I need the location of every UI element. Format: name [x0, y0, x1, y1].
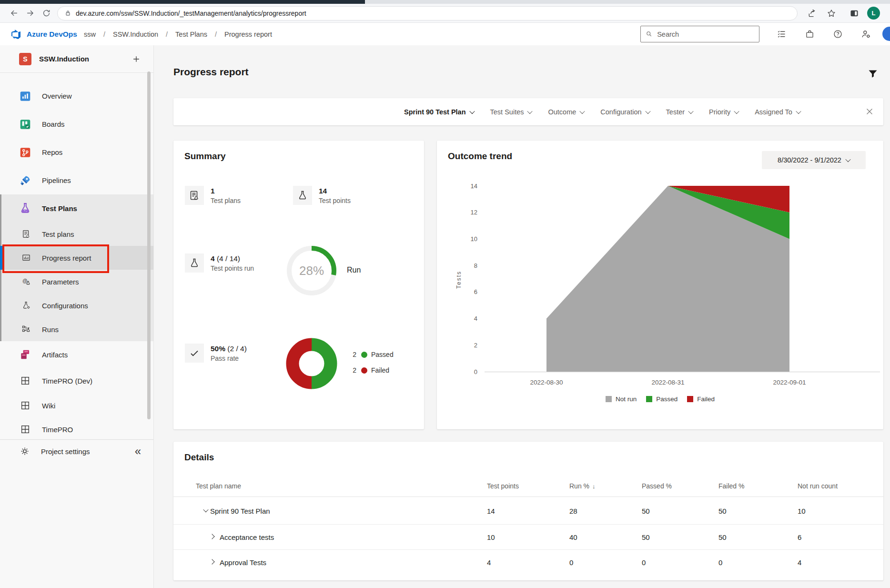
- sidebar-item-configurations[interactable]: Configurations: [0, 294, 153, 317]
- add-project-plus-icon[interactable]: [131, 54, 141, 64]
- brand-label[interactable]: Azure DevOps: [27, 30, 77, 39]
- sidebar-item-label: Parameters: [42, 278, 79, 286]
- table-row-approval-tests[interactable]: Approval Tests40004: [173, 549, 883, 575]
- date-range-dropdown[interactable]: 8/30/2022 - 9/1/2022: [762, 151, 866, 169]
- chevron-right-icon[interactable]: [210, 560, 215, 565]
- column-header-failed-[interactable]: Failed %: [718, 482, 744, 490]
- sidebar-item-label: Progress report: [42, 254, 91, 262]
- filter-chip-test-plan[interactable]: Sprint 90 Test Plan: [404, 108, 474, 116]
- cell-value: 50: [642, 533, 650, 541]
- chevron-right-icon[interactable]: [210, 535, 215, 539]
- breadcrumb-item-4[interactable]: Progress report: [224, 30, 272, 38]
- sidebar-item-test-plans[interactable]: Test Plans: [0, 194, 153, 222]
- legend-label: Failed: [371, 366, 389, 374]
- filter-chip-configuration[interactable]: Configuration: [600, 108, 649, 116]
- run-rate-donut: 28%: [283, 242, 340, 299]
- sidebar-item-project-settings[interactable]: Project settings «: [0, 440, 153, 463]
- browser-profile-avatar[interactable]: L: [867, 7, 880, 20]
- breadcrumb-item-1[interactable]: ssw: [84, 30, 96, 38]
- stat-text: 4 (4 / 14)Test points run: [211, 253, 254, 273]
- reload-icon[interactable]: [38, 6, 54, 20]
- sidebar-item-wiki[interactable]: Wiki: [0, 394, 153, 417]
- filter-chip-label: Configuration: [600, 108, 641, 116]
- legend-count: 2: [350, 366, 356, 374]
- cell-value: 50: [642, 507, 650, 515]
- legend-count: 2: [350, 351, 356, 358]
- sidebar-item-label: Repos: [42, 148, 62, 156]
- marketplace-bag-icon[interactable]: [805, 29, 815, 40]
- column-header-test-points[interactable]: Test points: [487, 482, 519, 490]
- table-row-acceptance-tests[interactable]: Acceptance tests104050506: [173, 524, 883, 549]
- sidebar-item-repos[interactable]: Repos: [0, 138, 153, 166]
- sidebar-footer: Project settings «: [0, 439, 153, 463]
- cell-value: 28: [569, 507, 577, 515]
- parameters-icon: @: [21, 277, 31, 286]
- work-items-list-icon[interactable]: [777, 29, 787, 40]
- chevron-down-icon: [527, 108, 533, 113]
- filter-chip-priority[interactable]: Priority: [709, 108, 738, 116]
- filter-chip-tester[interactable]: Tester: [666, 108, 693, 116]
- search-input[interactable]: [656, 30, 754, 39]
- summary-card: Summary 1Test plans14Test points4 (4 / 1…: [173, 141, 424, 429]
- svg-text:2: 2: [474, 342, 477, 349]
- bookmark-star-icon[interactable]: [824, 6, 839, 20]
- svg-text:6: 6: [474, 288, 477, 295]
- filter-chip-label: Outcome: [548, 108, 576, 116]
- table-row-sprint-90-test-plan[interactable]: Sprint 90 Test Plan1428505010: [173, 497, 883, 524]
- details-table-body: Sprint 90 Test Plan1428505010Acceptance …: [173, 497, 883, 575]
- sidebar-item-runs[interactable]: Runs: [0, 317, 153, 341]
- breadcrumb-item-3[interactable]: Test Plans: [175, 30, 207, 38]
- project-switcher[interactable]: S SSW.Induction: [0, 45, 153, 72]
- sidebar-item-boards[interactable]: Boards: [0, 110, 153, 138]
- cell-value: 10: [798, 507, 806, 515]
- filter-chip-outcome[interactable]: Outcome: [548, 108, 584, 116]
- outcome-trend-card: Outcome trend 8/30/2022 - 9/1/2022 02468…: [437, 141, 883, 429]
- search-box[interactable]: [640, 26, 759, 42]
- sidebar-item-artifacts[interactable]: Artifacts: [0, 341, 153, 368]
- screen: dev.azure.com/ssw/SSW.Induction/_testMan…: [0, 0, 890, 588]
- share-icon[interactable]: [805, 6, 819, 20]
- column-header-run-[interactable]: Run %↓: [569, 482, 596, 490]
- sidebar-item-parameters[interactable]: @Parameters: [0, 270, 153, 294]
- svg-text:0: 0: [474, 368, 477, 375]
- failed-dot-icon: [361, 367, 367, 374]
- column-header-test-plan-name[interactable]: Test plan name: [196, 482, 241, 490]
- column-header-passed-[interactable]: Passed %: [642, 482, 672, 490]
- sidebar-item-label: Wiki: [42, 402, 55, 410]
- user-avatar[interactable]: [882, 27, 890, 41]
- back-icon[interactable]: [6, 6, 22, 20]
- summary-stat-pass-rate: 50% (2 / 4)Pass rate: [185, 344, 247, 363]
- breadcrumb: ssw/SSW.Induction/Test Plans/Progress re…: [84, 30, 272, 38]
- trend-legend-item-failed: Failed: [687, 395, 715, 403]
- configurations-icon: [21, 301, 31, 310]
- sidebar-item-progress-report[interactable]: Progress report: [0, 246, 153, 270]
- collapse-sidebar-icon[interactable]: «: [135, 446, 141, 457]
- flask-icon: [293, 186, 312, 205]
- azure-devops-logo-icon[interactable]: [10, 29, 22, 40]
- chevron-down-icon[interactable]: [200, 508, 204, 513]
- close-filter-icon[interactable]: [864, 106, 875, 117]
- sidebar-item-pipelines[interactable]: Pipelines: [0, 166, 153, 194]
- sidebar-nav: OverviewBoardsReposPipelinesTest PlansTe…: [0, 73, 153, 437]
- browser-tab-strip: [0, 0, 890, 4]
- svg-text:14: 14: [471, 182, 477, 190]
- filter-chip-assigned-to[interactable]: Assigned To: [755, 108, 800, 116]
- breadcrumb-item-2[interactable]: SSW.Induction: [113, 30, 158, 38]
- stat-text: 1Test plans: [211, 186, 241, 205]
- address-bar[interactable]: dev.azure.com/ssw/SSW.Induction/_testMan…: [57, 6, 798, 20]
- column-header-not-run-count[interactable]: Not run count: [798, 482, 838, 490]
- user-settings-icon[interactable]: [861, 29, 871, 40]
- help-icon[interactable]: [833, 29, 843, 40]
- filter-funnel-icon[interactable]: [867, 68, 879, 80]
- forward-icon[interactable]: [22, 6, 38, 20]
- boards-icon: [19, 118, 31, 131]
- summary-stat-test-points: 14Test points: [293, 186, 351, 205]
- side-panel-icon[interactable]: [847, 6, 861, 20]
- sidebar-item-overview[interactable]: Overview: [0, 82, 153, 110]
- cell-value: 0: [642, 558, 646, 567]
- sidebar-item-timepro[interactable]: TimePRO: [0, 417, 153, 437]
- filter-chip-test-suites[interactable]: Test Suites: [490, 108, 532, 116]
- sidebar-scrollbar[interactable]: [147, 71, 151, 419]
- sidebar-item-test-plans-list[interactable]: Test plans: [0, 222, 153, 246]
- sidebar-item-timepro-dev[interactable]: TimePRO (Dev): [0, 368, 153, 394]
